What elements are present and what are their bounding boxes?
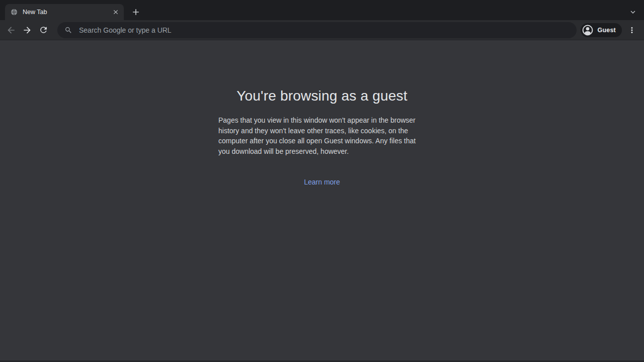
reload-icon [39, 25, 48, 35]
tab-close-icon[interactable] [111, 7, 121, 17]
plus-icon [131, 7, 141, 17]
profile-label: Guest [598, 27, 616, 34]
new-tab-button[interactable] [129, 5, 143, 19]
back-button[interactable] [4, 23, 18, 37]
browser-window: New Tab [0, 0, 644, 362]
kebab-menu-icon [627, 26, 636, 35]
address-search-input[interactable] [78, 26, 570, 35]
search-icon [64, 26, 72, 34]
tab-strip: New Tab [0, 0, 644, 20]
forward-arrow-icon [22, 25, 32, 35]
guest-avatar-icon [582, 24, 594, 36]
globe-favicon-icon [10, 8, 18, 16]
chevron-down-icon [628, 8, 637, 17]
browser-menu-button[interactable] [625, 23, 639, 37]
browser-toolbar: Guest [0, 20, 644, 40]
forward-button[interactable] [20, 23, 34, 37]
omnibox[interactable] [57, 22, 577, 38]
page-title: You're browsing as a guest [0, 88, 644, 104]
learn-more-link[interactable]: Learn more [304, 178, 340, 186]
tab-new-tab[interactable]: New Tab [5, 4, 124, 20]
guest-description-text: Pages that you view in this window won't… [218, 115, 426, 156]
tab-title: New Tab [23, 9, 111, 16]
reload-button[interactable] [36, 23, 50, 37]
back-arrow-icon [6, 25, 16, 35]
window-chevron-down-button[interactable] [628, 8, 637, 17]
guest-page-content: You're browsing as a guest Pages that yo… [0, 40, 644, 187]
profile-guest-button[interactable]: Guest [581, 23, 622, 37]
